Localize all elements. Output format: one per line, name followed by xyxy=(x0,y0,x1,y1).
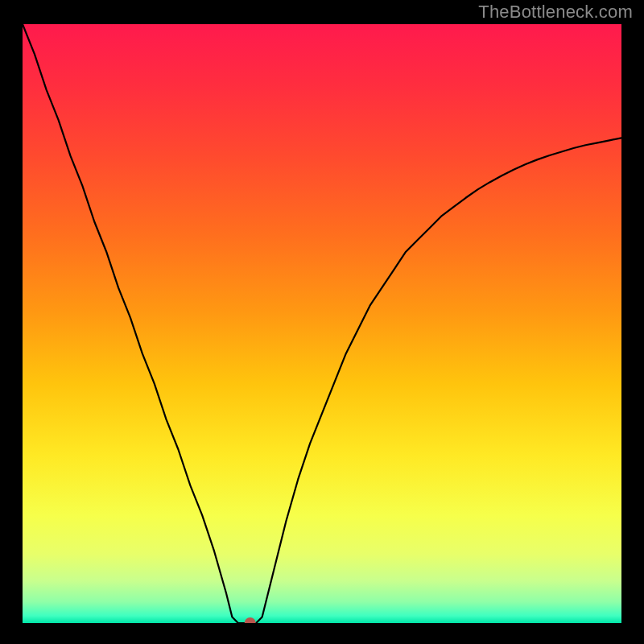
watermark-text: TheBottleneck.com xyxy=(478,0,633,24)
plot-area xyxy=(23,24,621,623)
figure-container: TheBottleneck.com xyxy=(0,0,644,644)
gradient-background xyxy=(23,24,621,623)
bottleneck-chart xyxy=(23,24,621,623)
